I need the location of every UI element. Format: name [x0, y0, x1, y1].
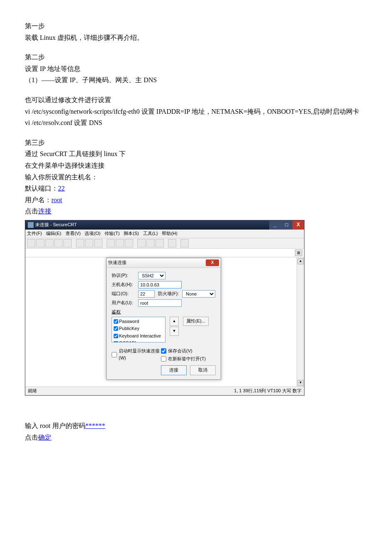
step2-title: 第二步 [25, 52, 367, 63]
port-input[interactable] [138, 290, 155, 298]
protocol-select[interactable]: SSH2 [138, 272, 166, 279]
scrollbar[interactable]: ▲ ▼ [297, 257, 304, 387]
toolbar-icon[interactable] [27, 239, 35, 247]
properties-button[interactable]: 属性(E)... [183, 317, 209, 326]
toolbar-icon[interactable] [45, 239, 54, 247]
save-session-checkbox[interactable] [161, 348, 166, 354]
menu-file[interactable]: 文件(F) [27, 230, 42, 237]
toolbar-icon[interactable] [168, 239, 176, 247]
auth-list[interactable]: Password PublicKey Keyboard Interactive … [112, 317, 166, 342]
cancel-button[interactable]: 取消 [190, 365, 216, 375]
status-left: 就绪 [28, 387, 37, 395]
port-link[interactable]: 22 [58, 185, 65, 192]
password-text: ****** [85, 422, 105, 429]
toolbar-icon[interactable] [63, 239, 72, 247]
toolbar-icon[interactable] [180, 239, 189, 247]
menu-edit[interactable]: 编辑(E) [46, 230, 61, 237]
ok-link[interactable]: 确定 [38, 434, 51, 441]
step3-click: 点击连接 [25, 206, 367, 217]
username-input[interactable] [138, 299, 182, 307]
toolbar [25, 238, 304, 249]
status-right: 1, 1 39行,119列 VT100 大写 数字 [234, 387, 302, 395]
menu-tools[interactable]: 工具(L) [143, 230, 158, 237]
step3-line2: 在文件菜单中选择快速连接 [25, 160, 367, 171]
save-session-label: 保存会话(V) [168, 347, 192, 355]
step3-line1: 通过 SecurCRT 工具链接到 linux 下 [25, 149, 367, 159]
user-link[interactable]: root [51, 196, 62, 203]
step2-line5: vi /etc/resolv.conf 设置 DNS [25, 117, 367, 128]
securecrt-window: 未连接 - SecureCRT _ □ X 文件(F) 编辑(E) 查看(V) … [25, 220, 304, 396]
host-input[interactable] [138, 281, 182, 289]
maximize-button[interactable]: □ [281, 220, 292, 230]
toolbar-icon[interactable] [125, 239, 133, 247]
protocol-label: 协议(P): [112, 272, 135, 279]
after-line1: 输入 root 用户的密码****** [25, 421, 367, 431]
menu-help[interactable]: 帮助(H) [162, 230, 177, 237]
move-up-button[interactable]: ▲ [170, 317, 179, 326]
open-in-tab-checkbox[interactable] [161, 356, 166, 362]
menubar: 文件(F) 编辑(E) 查看(V) 选项(O) 传输(T) 脚本(S) 工具(L… [25, 230, 304, 238]
window-title: 未连接 - SecureCRT [35, 221, 77, 229]
step2-line2: （1）——设置 IP、子网掩码、网关、主 DNS [25, 75, 367, 86]
app-icon [28, 222, 34, 228]
auth-gssapi[interactable]: GSSAPI [114, 340, 163, 342]
dialog-close-button[interactable]: X [206, 259, 219, 266]
step3-user: 用户名：root [25, 195, 367, 205]
port-label: 端口(O): [112, 290, 135, 298]
step2-line4: vi /etc/sysconfig/network-scripts/ifcfg-… [25, 106, 367, 117]
auth-publickey[interactable]: PublicKey [114, 325, 163, 333]
toolbar-icon[interactable] [107, 239, 115, 247]
host-label: 主机名(H): [112, 281, 135, 289]
dialog-title: 快速连接 [108, 259, 127, 266]
auth-password[interactable]: Password [114, 318, 163, 325]
step2-line1: 设置 IP 地址等信息 [25, 64, 367, 74]
window-close-button[interactable]: X [292, 220, 304, 230]
titlebar: 未连接 - SecureCRT _ □ X [25, 220, 304, 230]
step3-title: 第三步 [25, 137, 367, 148]
step2-line3: 也可以通过修改文件进行设置 [25, 95, 367, 105]
minimize-button[interactable]: _ [269, 220, 281, 230]
scroll-up-icon[interactable]: ▲ [297, 258, 304, 264]
step3-line3: 输入你所设置的主机名： [25, 172, 367, 183]
auth-keyboard[interactable]: Keyboard Interactive [114, 333, 163, 340]
statusbar: 就绪 1, 1 39行,119列 VT100 大写 数字 [25, 386, 304, 395]
toolbar-icon[interactable] [116, 239, 124, 247]
toolbar-icon[interactable] [36, 239, 44, 247]
auth-group-label: 鉴权 [112, 308, 216, 316]
tab-close-icon[interactable]: ⊠ [295, 249, 302, 256]
menu-options[interactable]: 选项(O) [85, 230, 100, 237]
tab-bar: ⊠ [25, 249, 304, 257]
step3-port: 默认端口：22 [25, 183, 367, 194]
toolbar-icon[interactable] [137, 239, 146, 247]
toolbar-icon[interactable] [94, 239, 102, 247]
connect-link[interactable]: 连接 [38, 208, 51, 215]
show-on-start-checkbox[interactable] [112, 352, 117, 357]
after-line2: 点击确定 [25, 432, 367, 443]
step1-title: 第一步 [25, 21, 367, 32]
quick-connect-dialog: 快速连接 X 协议(P): SSH2 主机名(H): 端口(O): 防火墙(F)… [106, 258, 221, 380]
username-label: 用户名(U): [112, 299, 135, 307]
scroll-down-icon[interactable]: ▼ [297, 380, 304, 386]
toolbar-icon[interactable] [146, 239, 155, 247]
open-in-tab-label: 在新标签中打开(T) [168, 355, 206, 363]
menu-view[interactable]: 查看(V) [66, 230, 81, 237]
toolbar-icon[interactable] [76, 239, 84, 247]
toolbar-icon[interactable] [54, 239, 63, 247]
menu-script[interactable]: 脚本(S) [124, 230, 139, 237]
firewall-select[interactable]: None [182, 290, 215, 298]
show-on-start-label: 启动时显示快速连接(W) [119, 347, 161, 362]
firewall-label: 防火墙(F): [158, 290, 179, 298]
toolbar-icon[interactable] [156, 239, 164, 247]
connect-button[interactable]: 连接 [161, 365, 187, 375]
move-down-button[interactable]: ▼ [170, 327, 179, 336]
step1-line1: 装载 Linux 虚拟机，详细步骤不再介绍。 [25, 32, 367, 43]
menu-transfer[interactable]: 传输(T) [105, 230, 119, 237]
toolbar-icon[interactable] [85, 239, 93, 247]
